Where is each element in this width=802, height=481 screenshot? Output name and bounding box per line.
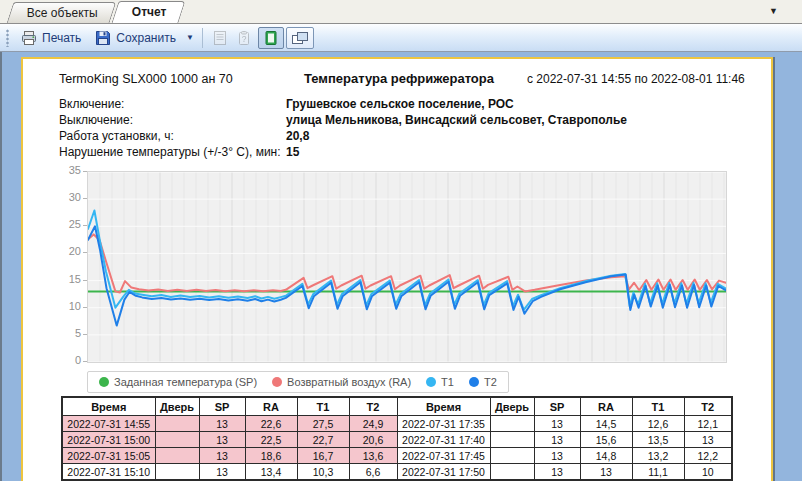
table-cell: 22,6 [245,416,297,432]
help-icon: ? [236,30,252,46]
report-view-area: TermoKing SLX000 1000 ан 70 Температура … [0,52,802,481]
table-cell: 13 [534,448,580,464]
table-cell [490,432,534,448]
table-cell: 13 [684,432,732,448]
table-cell: 14,5 [580,416,632,432]
table-cell: 2022-07-31 15:10 [62,464,155,481]
chart-canvas [88,172,726,362]
table-header: T1 [297,397,349,416]
table-cell [490,448,534,464]
table-header: SP [199,397,245,416]
svg-text:?: ? [242,34,247,44]
y-axis-label: 20 [59,245,81,257]
table-cell: 20,6 [349,432,397,448]
y-axis-tick [83,198,87,199]
page-layout-button[interactable] [286,27,314,49]
legend-dot-icon [272,377,282,387]
table-cell: 15,6 [580,432,632,448]
table-header: RA [580,397,632,416]
table-cell: 13 [580,464,632,481]
printer-icon [21,30,37,46]
field-label-on: Включение: [59,97,124,111]
field-value-violation: 15 [286,145,299,159]
table-cell: 16,7 [297,448,349,464]
legend-label: Возвратный воздух (RA) [287,376,411,388]
table-cell: 12,2 [684,448,732,464]
tab-bar: Все объекты Отчет ▼ [0,0,802,24]
y-axis-tick [83,307,87,308]
help-button: ? [232,28,256,48]
page-layout-icon [291,30,309,46]
table-row: 2022-07-31 15:101313,410,36,62022-07-31 … [62,464,732,481]
report-page: TermoKing SLX000 1000 ан 70 Температура … [21,57,773,481]
legend-item: Заданная температура (SP) [99,376,257,388]
table-cell: 13 [534,464,580,481]
table-header: T1 [632,397,684,416]
y-axis-label: 5 [59,327,81,339]
print-button[interactable]: Печать [14,28,88,48]
tab-all-objects[interactable]: Все объекты [7,2,117,23]
table-cell [155,432,199,448]
tab-overflow-button[interactable]: ▼ [769,6,778,16]
tab-report-label: Отчет [132,2,167,23]
field-label-violation: Нарушение температуры (+/-3° С), мин: [59,145,281,159]
table-cell [490,416,534,432]
table-cell: 2022-07-31 17:50 [397,464,490,481]
table-cell: 2022-07-31 15:00 [62,432,155,448]
y-axis-label: 30 [59,191,81,203]
table-cell [155,416,199,432]
table-header: Время [62,397,155,416]
table-cell: 22,5 [245,432,297,448]
y-axis-label: 10 [59,300,81,312]
table-cell: 2022-07-31 14:55 [62,416,155,432]
table-cell: 13 [534,416,580,432]
table-cell: 22,7 [297,432,349,448]
table-cell: 6,6 [349,464,397,481]
toolbar: Печать Сохранить ▼ [0,24,802,52]
save-dropdown-arrow[interactable]: ▼ [183,31,197,44]
chart-legend: Заданная температура (SP)Возвратный возд… [87,371,509,393]
table-cell: 12,6 [632,416,684,432]
tab-report[interactable]: Отчет [111,1,185,23]
table-cell: 13,5 [632,432,684,448]
table-cell: 13 [199,432,245,448]
y-axis-tick [83,280,87,281]
table-cell: 27,5 [297,416,349,432]
table-cell: 13 [199,464,245,481]
field-label-off: Выключение: [59,113,133,127]
report-view-toggle-button[interactable] [258,27,284,49]
table-header: Дверь [155,397,199,416]
table-cell: 10,3 [297,464,349,481]
tab-all-objects-label: Все объекты [27,3,98,23]
y-axis-tick [83,171,87,172]
legend-dot-icon [469,377,479,387]
toolbar-grip[interactable] [6,29,9,47]
field-value-off: улица Мельникова, Винсадский сельсовет, … [286,113,627,127]
y-axis-label: 25 [59,218,81,230]
legend-dot-icon [99,377,109,387]
table-header: Дверь [490,397,534,416]
report-settings-icon [212,30,228,46]
app-window: Все объекты Отчет ▼ Печать [0,0,802,481]
table-cell: 13,4 [245,464,297,481]
table-header: Время [397,397,490,416]
table-cell: 2022-07-31 17:40 [397,432,490,448]
table-cell: 13 [534,432,580,448]
table-cell: 11,1 [632,464,684,481]
legend-label: T2 [484,376,497,388]
table-cell: 13 [199,416,245,432]
y-axis-tick [83,225,87,226]
table-row: 2022-07-31 14:551322,627,524,92022-07-31… [62,416,732,432]
y-axis-tick [83,361,87,362]
table-cell: 24,9 [349,416,397,432]
report-settings-button [208,28,232,48]
table-cell: 13,2 [632,448,684,464]
report-table: ВремяДверьSPRAT1T2ВремяДверьSPRAT1T22022… [61,396,733,481]
legend-item: Возвратный воздух (RA) [272,376,411,388]
save-button[interactable]: Сохранить [88,28,183,48]
y-axis-label: 35 [59,164,81,176]
legend-label: T1 [441,376,454,388]
legend-item: T2 [469,376,497,388]
report-period: с 2022-07-31 14:55 по 2022-08-01 11:46 [527,72,745,86]
save-icon [95,30,111,46]
